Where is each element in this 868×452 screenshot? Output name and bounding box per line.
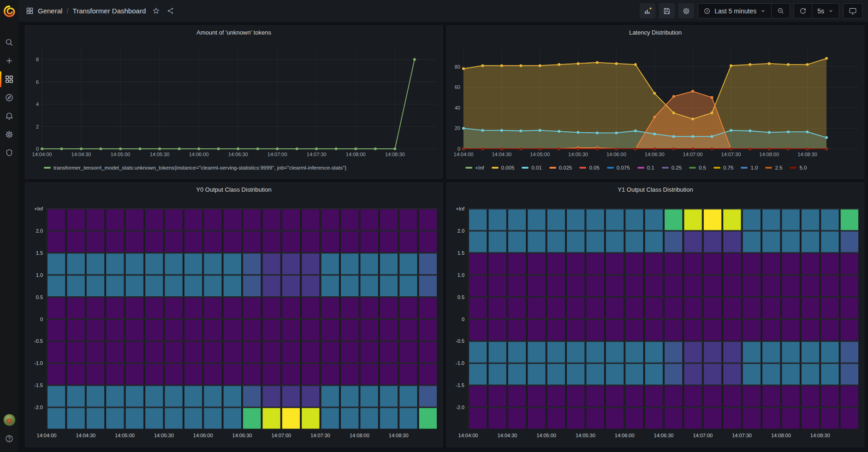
breadcrumb-dashboard-title[interactable]: Transformer Dashboard [73,7,146,15]
dashboards-grid-icon [5,75,14,84]
svg-text:0: 0 [40,317,43,322]
question-circle-icon [5,434,14,443]
legend-item[interactable]: 0.75 [713,165,733,170]
svg-text:0: 0 [458,146,460,152]
grafana-logo[interactable] [0,0,18,22]
cycle-view-mode-button[interactable] [843,3,862,18]
svg-text:60: 60 [455,84,460,90]
series-color-swatch [790,167,797,169]
panel-title[interactable]: Y1 Output Class Distribution [447,183,864,196]
legend-item[interactable]: 0.25 [662,165,682,170]
unknown-tokens-chart[interactable]: 0246814:04:0014:04:3014:05:0014:05:3014:… [25,39,442,161]
y1-class-heatmap[interactable]: +Inf2.01.51.00.50-0.5-1.0-1.5-2.014:04:0… [447,196,864,447]
dashboard-settings-button[interactable] [678,3,694,18]
svg-text:14:04:00: 14:04:00 [458,433,478,438]
sidebar-nav [0,33,18,162]
share-dashboard-button[interactable] [166,7,174,15]
series-name: 0.1 [647,165,654,170]
legend-item[interactable]: +Inf [465,165,484,170]
svg-text:0.5: 0.5 [458,294,464,300]
svg-text:20: 20 [455,125,460,131]
series-color-swatch [607,167,614,169]
svg-text:0: 0 [462,317,464,322]
legend-item[interactable]: 0.5 [689,165,706,170]
svg-text:14:07:00: 14:07:00 [271,433,291,438]
series-name: 2.5 [775,165,782,170]
svg-text:14:08:00: 14:08:00 [759,152,779,157]
panel-title[interactable]: Latency Distribution [447,26,864,39]
svg-text:14:06:00: 14:06:00 [193,433,213,438]
svg-text:-2.0: -2.0 [34,405,43,410]
svg-text:14:08:00: 14:08:00 [350,433,369,438]
latency-distribution-legend: +Inf0.0050.010.0250.050.0750.10.250.50.7… [447,161,864,178]
sidebar-item-help[interactable] [0,431,18,446]
svg-text:8: 8 [36,57,39,62]
legend-item[interactable]: 0.005 [492,165,515,170]
star-icon [152,7,160,15]
series-color-swatch [579,167,586,169]
zoom-out-button[interactable] [771,4,790,18]
series-color-swatch [637,167,644,169]
svg-text:+Inf: +Inf [456,206,465,211]
sidebar-item-explore[interactable] [0,88,18,107]
sidebar-item-dashboards[interactable] [0,70,18,88]
y0-class-heatmap[interactable]: +Inf2.01.51.00.50-0.5-1.0-1.5-2.014:04:0… [25,196,442,447]
svg-text:14:04:00: 14:04:00 [454,152,474,157]
sidebar-item-configuration[interactable] [0,125,18,144]
svg-text:14:05:30: 14:05:30 [150,152,170,157]
panel-title[interactable]: Y0 Output Class Distribution [25,183,442,196]
refresh-button[interactable] [794,4,812,18]
star-dashboard-button[interactable] [152,7,160,15]
svg-text:1.0: 1.0 [458,272,464,278]
sidebar-item-alerting[interactable] [0,107,18,125]
svg-text:-0.5: -0.5 [34,338,43,344]
refresh-interval-picker[interactable]: 5s [812,4,839,18]
svg-text:-1.0: -1.0 [34,360,43,366]
time-range-picker[interactable]: Last 5 minutes [698,4,771,18]
grafana-app: General / Transformer Dashboard [0,0,868,452]
legend-item[interactable]: transformer_tensorrt_model_stats:unknown… [44,165,346,170]
panel-title[interactable]: Amount of 'unknown' tokens [25,26,442,39]
svg-text:4: 4 [36,101,39,107]
sidebar-item-search[interactable] [0,33,18,52]
svg-text:14:08:00: 14:08:00 [771,433,791,438]
time-range-label: Last 5 minutes [714,7,756,15]
refresh-interval-label: 5s [817,7,824,15]
svg-text:80: 80 [455,64,460,70]
legend-item[interactable]: 0.05 [579,165,599,170]
svg-text:0.5: 0.5 [36,294,43,300]
navbar-actions: Last 5 minutes [640,3,862,18]
svg-text:14:07:30: 14:07:30 [307,152,327,157]
save-dashboard-button[interactable] [659,3,675,18]
series-color-swatch [44,167,51,169]
user-avatar[interactable] [3,414,16,426]
series-name: +Inf [475,165,484,170]
legend-item[interactable]: 0.1 [637,165,654,170]
legend-item[interactable]: 0.075 [607,165,630,170]
latency-distribution-chart[interactable]: 02040608014:04:0014:04:3014:05:0014:05:3… [447,39,864,161]
svg-text:1.0: 1.0 [36,272,43,278]
svg-text:2.0: 2.0 [458,228,464,234]
sidebar-item-create[interactable] [0,52,18,70]
legend-item[interactable]: 0.01 [522,165,541,170]
add-panel-button[interactable] [640,3,655,18]
svg-text:14:07:00: 14:07:00 [683,152,703,157]
legend-item[interactable]: 2.5 [765,165,782,170]
sidebar-item-server-admin[interactable] [0,144,18,162]
svg-text:-2.0: -2.0 [456,405,464,410]
legend-item[interactable]: 0.025 [549,165,572,170]
breadcrumb-folder[interactable]: General [38,7,62,15]
series-color-swatch [713,167,720,169]
svg-text:14:08:30: 14:08:30 [389,433,409,438]
svg-text:14:05:00: 14:05:00 [111,152,131,157]
series-color-swatch [549,167,556,169]
svg-text:14:04:00: 14:04:00 [37,433,57,438]
series-name: 0.05 [589,165,599,170]
chevron-down-icon [828,8,834,14]
legend-item[interactable]: 5.0 [790,165,807,170]
series-name: 0.75 [723,165,733,170]
series-name: 1.0 [750,165,758,170]
chevron-down-icon [760,8,766,14]
svg-text:14:05:30: 14:05:30 [154,433,174,438]
legend-item[interactable]: 1.0 [741,165,758,170]
